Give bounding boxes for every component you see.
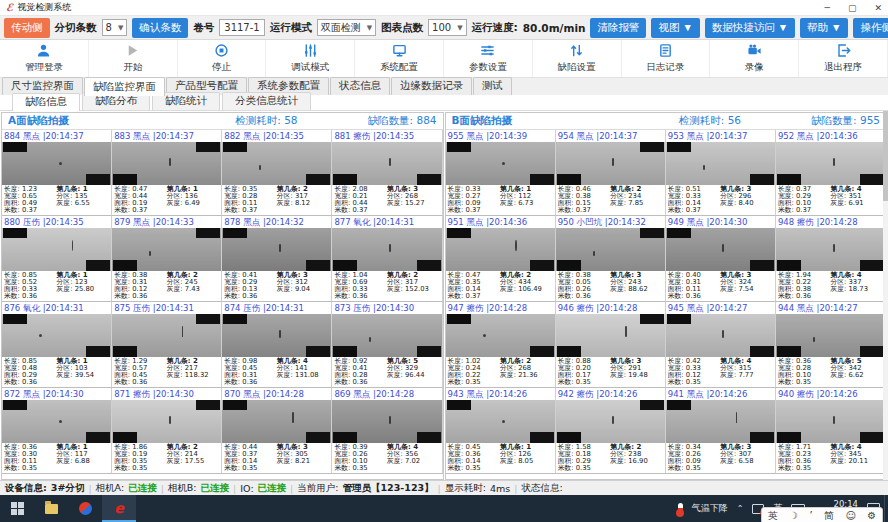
defect-thumbnail-image[interactable] bbox=[332, 314, 441, 357]
file-explorer-button[interactable] bbox=[34, 495, 68, 522]
data-quick-access-menu-button[interactable]: 数据快捷访问 ▼ bbox=[705, 18, 795, 38]
defect-thumbnail-image[interactable] bbox=[446, 314, 555, 357]
tab-edge-data-record[interactable]: 边缘数据记录 bbox=[391, 77, 472, 95]
defect-thumbnail-image[interactable] bbox=[556, 228, 665, 271]
defect-cell[interactable]: 877 氧化 |20:14:31 长度: 1.04 宽度: 0.69 面积: 0… bbox=[332, 216, 442, 302]
roll-number-input[interactable]: 3117-1 bbox=[219, 19, 264, 36]
stop-button[interactable]: 停止 bbox=[178, 40, 267, 77]
defect-thumbnail-image[interactable] bbox=[446, 228, 555, 271]
record-video-button[interactable]: 录像 bbox=[710, 40, 799, 77]
maximize-button[interactable]: ▢ bbox=[848, 3, 857, 13]
defect-thumbnail-image[interactable] bbox=[556, 400, 665, 443]
param-settings-button[interactable]: 参数设置 bbox=[444, 40, 533, 77]
defect-thumbnail-image[interactable] bbox=[556, 314, 665, 357]
defect-thumbnail-image[interactable] bbox=[332, 142, 441, 185]
defect-thumbnail-image[interactable] bbox=[446, 142, 555, 185]
defect-settings-button[interactable]: 缺陷设置 bbox=[533, 40, 622, 77]
defect-cell[interactable]: 880 压伤 |20:14:35 长度: 0.85 宽度: 0.52 面积: 0… bbox=[2, 216, 112, 302]
defect-thumbnail-image[interactable] bbox=[776, 400, 885, 443]
defect-cell[interactable]: 942 擦伤 |20:14:26 长度: 1.58 宽度: 0.18 面积: 0… bbox=[556, 388, 666, 474]
defect-thumbnail-image[interactable] bbox=[222, 228, 331, 271]
defect-cell[interactable]: 954 黑点 |20:14:37 长度: 0.46 宽度: 0.38 面积: 0… bbox=[556, 130, 666, 216]
tab-status-info[interactable]: 状态信息 bbox=[330, 77, 390, 95]
defect-thumbnail-image[interactable] bbox=[222, 400, 331, 443]
defect-thumbnail-image[interactable] bbox=[112, 142, 221, 185]
help-menu-button[interactable]: 帮助 ▼ bbox=[800, 18, 848, 38]
active-app-button[interactable]: e bbox=[102, 495, 136, 522]
defect-cell[interactable]: 882 黑点 |20:14:35 长度: 0.35 宽度: 0.28 面积: 0… bbox=[222, 130, 332, 216]
defect-cell[interactable]: 941 黑点 |20:14:26 长度: 0.34 宽度: 0.26 面积: 0… bbox=[666, 388, 776, 474]
ime-moon-icon[interactable]: ☽ bbox=[789, 510, 798, 521]
ime-lang[interactable]: 英 bbox=[768, 509, 778, 522]
defect-cell[interactable]: 870 黑点 |20:14:28 长度: 0.44 宽度: 0.37 面积: 0… bbox=[222, 388, 332, 474]
defect-cell[interactable]: 947 擦伤 |20:14:28 长度: 1.02 宽度: 0.24 面积: 0… bbox=[446, 302, 556, 388]
defect-cell[interactable]: 875 压伤 |20:14:31 长度: 1.29 宽度: 0.57 面积: 0… bbox=[112, 302, 222, 388]
ime-simplified[interactable]: 简 bbox=[824, 509, 834, 522]
strip-count-select[interactable]: 8▼ bbox=[102, 19, 128, 36]
defect-thumbnail-image[interactable] bbox=[2, 228, 111, 271]
start-button[interactable] bbox=[0, 495, 34, 522]
defect-thumbnail-image[interactable] bbox=[666, 314, 775, 357]
defect-thumbnail-image[interactable] bbox=[666, 142, 775, 185]
exit-program-button[interactable]: 退出程序 bbox=[799, 40, 888, 77]
defect-cell[interactable]: 949 黑点 |20:14:30 长度: 0.40 宽度: 0.31 面积: 0… bbox=[666, 216, 776, 302]
clear-alarm-button[interactable]: 清除报警 bbox=[590, 18, 646, 38]
defect-thumbnail-image[interactable] bbox=[776, 314, 885, 357]
defect-cell[interactable]: 871 擦伤 |20:14:30 长度: 1.86 宽度: 0.19 面积: 0… bbox=[112, 388, 222, 474]
defect-thumbnail-image[interactable] bbox=[2, 314, 111, 357]
debug-mode-button[interactable]: 调试模式 bbox=[266, 40, 355, 77]
defect-thumbnail-image[interactable] bbox=[222, 314, 331, 357]
log-record-button[interactable]: 日志记录 bbox=[622, 40, 711, 77]
ime-punct-icon[interactable]: ’ bbox=[809, 510, 812, 521]
defect-cell[interactable]: 945 黑点 |20:14:27 长度: 0.42 宽度: 0.33 面积: 0… bbox=[666, 302, 776, 388]
weather-text[interactable]: 气温下降 bbox=[692, 502, 728, 515]
minimize-button[interactable]: ─ bbox=[825, 3, 830, 13]
defect-cell[interactable]: 884 黑点 |20:14:37 长度: 1.23 宽度: 0.65 面积: 0… bbox=[2, 130, 112, 216]
view-menu-button[interactable]: 视图 ▼ bbox=[651, 18, 699, 38]
defect-thumbnail-image[interactable] bbox=[112, 314, 221, 357]
defect-cell[interactable]: 872 黑点 |20:14:30 长度: 0.36 宽度: 0.30 面积: 0… bbox=[2, 388, 112, 474]
defect-thumbnail-image[interactable] bbox=[112, 400, 221, 443]
defect-cell[interactable]: 878 黑点 |20:14:32 长度: 0.41 宽度: 0.29 面积: 0… bbox=[222, 216, 332, 302]
defect-thumbnail-image[interactable] bbox=[332, 400, 441, 443]
defect-thumbnail-image[interactable] bbox=[776, 228, 885, 271]
defect-cell[interactable]: 874 压伤 |20:14:31 长度: 0.98 宽度: 0.45 面积: 0… bbox=[222, 302, 332, 388]
subtab-defect-info[interactable]: 缺陷信息 bbox=[12, 93, 80, 111]
chevron-up-icon[interactable]: ⌃ bbox=[737, 504, 744, 513]
defect-cell[interactable]: 883 黑点 |20:14:37 长度: 0.47 宽度: 0.44 面积: 0… bbox=[112, 130, 222, 216]
defect-cell[interactable]: 879 黑点 |20:14:33 长度: 0.38 宽度: 0.31 面积: 0… bbox=[112, 216, 222, 302]
confirm-count-button[interactable]: 确认条数 bbox=[132, 18, 188, 38]
show-desktop-button[interactable] bbox=[884, 495, 888, 522]
defect-cell[interactable]: 940 擦伤 |20:14:26 长度: 1.71 宽度: 0.23 面积: 0… bbox=[776, 388, 886, 474]
start-button[interactable]: 开始 bbox=[89, 40, 178, 77]
defect-cell[interactable]: 953 黑点 |20:14:37 长度: 0.51 宽度: 0.33 面积: 0… bbox=[666, 130, 776, 216]
defect-thumbnail-image[interactable] bbox=[2, 142, 111, 185]
admin-login-button[interactable]: 管理登录 bbox=[0, 40, 89, 77]
pinned-app-button[interactable] bbox=[68, 495, 102, 522]
defect-cell[interactable]: 946 擦伤 |20:14:28 长度: 0.88 宽度: 0.20 面积: 0… bbox=[556, 302, 666, 388]
defect-cell[interactable]: 881 擦伤 |20:14:35 长度: 2.08 宽度: 0.21 面积: 0… bbox=[332, 130, 442, 216]
subtab-class-info-statistics[interactable]: 分类信息统计 bbox=[222, 92, 311, 110]
vertical-scrollbar[interactable] bbox=[883, 111, 888, 480]
defect-cell[interactable]: 952 黑点 |20:14:36 长度: 0.37 宽度: 0.29 面积: 0… bbox=[776, 130, 886, 216]
close-button[interactable]: ✕ bbox=[874, 3, 882, 13]
defect-cell[interactable]: 955 黑点 |20:14:39 长度: 0.33 宽度: 0.27 面积: 0… bbox=[446, 130, 556, 216]
defect-cell[interactable]: 944 黑点 |20:14:27 长度: 0.36 宽度: 0.28 面积: 0… bbox=[776, 302, 886, 388]
ime-settings-icon[interactable]: ⚙ bbox=[867, 510, 876, 521]
ime-emoji-icon[interactable]: ☺ bbox=[845, 510, 855, 521]
defect-thumbnail-image[interactable] bbox=[112, 228, 221, 271]
defect-cell[interactable]: 950 小凹坑 |20:14:32 长度: 0.38 宽度: 0.05 面积: … bbox=[556, 216, 666, 302]
tab-defect-monitor[interactable]: 缺陷监控界面 bbox=[84, 77, 165, 96]
drive-side-button[interactable]: 传动侧 bbox=[4, 18, 50, 38]
defect-thumbnail-image[interactable] bbox=[556, 142, 665, 185]
tab-test[interactable]: 测试 bbox=[473, 77, 512, 95]
defect-thumbnail-image[interactable] bbox=[2, 400, 111, 443]
defect-cell[interactable]: 869 黑点 |20:14:28 长度: 0.39 宽度: 0.26 面积: 0… bbox=[332, 388, 442, 474]
defect-thumbnail-image[interactable] bbox=[446, 400, 555, 443]
system-config-button[interactable]: 系统配置 bbox=[355, 40, 444, 77]
operator-side-button[interactable]: 操作侧 bbox=[853, 18, 888, 38]
defect-thumbnail-image[interactable] bbox=[332, 228, 441, 271]
defect-cell[interactable]: 876 氧化 |20:14:31 长度: 0.85 宽度: 0.48 面积: 0… bbox=[2, 302, 112, 388]
defect-thumbnail-image[interactable] bbox=[666, 400, 775, 443]
defect-thumbnail-image[interactable] bbox=[222, 142, 331, 185]
